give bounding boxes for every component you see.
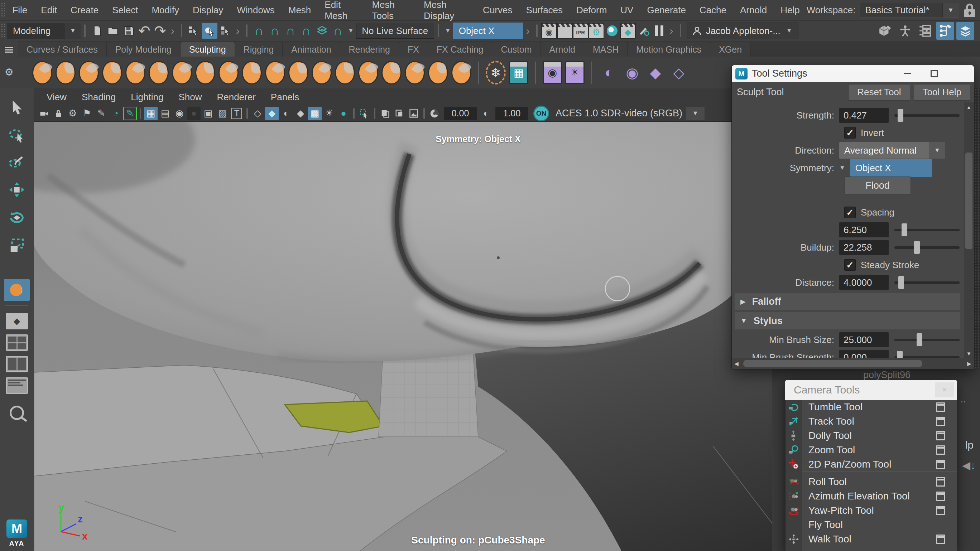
zoom-tool-option-box[interactable]: [936, 445, 945, 455]
spacing-slider[interactable]: [894, 222, 959, 237]
snapshot-icon[interactable]: [407, 107, 420, 120]
snap-options-dropdown-icon[interactable]: ▼: [348, 27, 354, 34]
shelf-tab-mash[interactable]: MASH: [584, 42, 628, 57]
symmetry-dropdown-icon[interactable]: ▼: [839, 164, 845, 171]
pause-viewport-icon[interactable]: [655, 25, 663, 36]
scrollbar-thumb[interactable]: [965, 152, 972, 249]
lasso-tool-icon[interactable]: [5, 124, 28, 145]
grease-pencil-active-icon[interactable]: ✎: [123, 107, 137, 120]
xray-joints-icon[interactable]: [393, 107, 406, 120]
scroll-up-icon[interactable]: ▲: [964, 102, 974, 112]
user-dropdown-icon[interactable]: ▼: [786, 27, 792, 34]
shadows-toggle-icon[interactable]: ●: [337, 107, 350, 120]
menu-help[interactable]: Help: [774, 5, 806, 16]
snap-center-icon[interactable]: ∩: [298, 23, 314, 39]
buildup-slider[interactable]: [894, 240, 959, 255]
tumble-tool-option-box[interactable]: [936, 402, 945, 412]
rotate-tool-icon[interactable]: [5, 207, 28, 228]
menu-item-azimuth-elevation-tool[interactable]: Azimuth Elevation Tool: [786, 489, 957, 503]
search-layouts-icon[interactable]: [10, 406, 24, 420]
shelf-brush-crease-icon[interactable]: [428, 61, 448, 84]
sculpt-tool-active-icon[interactable]: [4, 279, 30, 301]
viewport-menu-renderer[interactable]: Renderer: [209, 92, 263, 103]
shelf-tab-animation[interactable]: Animation: [283, 42, 340, 57]
live-surface-field[interactable]: No Live Surface: [356, 23, 434, 39]
camera-tools-titlebar[interactable]: Camera Tools ×: [785, 380, 957, 400]
render-settings-icon[interactable]: ⚙: [589, 23, 604, 39]
shelf-brush-amplify-icon[interactable]: [405, 61, 425, 84]
group-expand-icon[interactable]: ›: [526, 25, 530, 37]
symmetry-value-field[interactable]: Object X: [850, 159, 932, 177]
snap-view-plane-icon[interactable]: [314, 23, 330, 39]
light-editor-icon[interactable]: [636, 23, 652, 39]
shelf-sculpt-diamond-icon[interactable]: ◆: [646, 61, 665, 84]
scrollbar-thumb[interactable]: [743, 360, 922, 367]
attribute-editor-icon[interactable]: [936, 22, 954, 40]
shelf-unfreeze-icon[interactable]: ❄: [486, 61, 506, 84]
min-brush-strength-slider[interactable]: [894, 350, 959, 358]
menu-modify[interactable]: Modify: [145, 5, 186, 16]
group-expand-icon[interactable]: ›: [236, 25, 240, 37]
menu-item-2d-pan-zoom-tool[interactable]: 2D Pan/Zoom Tool: [786, 457, 957, 472]
shelf-tab-rendering[interactable]: Rendering: [340, 42, 399, 57]
min-brush-size-field[interactable]: 25.000: [839, 332, 889, 347]
viewport-menu-shading[interactable]: Shading: [74, 92, 123, 103]
falloff-section-header[interactable]: ▶ Falloff: [735, 293, 960, 310]
shelf-brush-smear-icon[interactable]: [358, 61, 378, 84]
buildup-field[interactable]: 22.258: [839, 240, 889, 255]
toggle-display-layers-icon[interactable]: ◆: [620, 23, 636, 39]
shelf-tab-fx[interactable]: FX: [399, 42, 428, 57]
make-live-icon[interactable]: ∩: [330, 23, 346, 39]
bookmark-icon[interactable]: ⚑: [80, 107, 94, 120]
stylus-section-header[interactable]: ▼ Stylus: [735, 312, 960, 329]
shelf-brush-flatten-icon[interactable]: [149, 61, 169, 84]
maximize-button[interactable]: [921, 65, 947, 82]
azimuth-elevation-option-box[interactable]: [936, 492, 945, 501]
shelf-brush-imprint-icon[interactable]: [242, 61, 262, 84]
user-account-menu[interactable]: Jacob Appleton-... ▼: [687, 22, 799, 39]
colorspace-dropdown-icon[interactable]: ▼: [686, 107, 705, 120]
menu-set-dropdown-icon[interactable]: ▼: [65, 23, 81, 39]
wireframe-display-icon[interactable]: ◇: [251, 107, 264, 120]
steady-stroke-checkbox[interactable]: ✓ Steady Stroke: [844, 259, 919, 271]
exposure-icon[interactable]: [428, 107, 441, 120]
lights-toggle-icon[interactable]: ☀: [322, 107, 336, 120]
shelf-tab-rigging[interactable]: Rigging: [235, 42, 283, 57]
flood-button[interactable]: Flood: [844, 176, 911, 194]
menu-file[interactable]: File: [5, 5, 34, 16]
shelf-window-character-icon[interactable]: ☀: [565, 61, 585, 84]
render-current-frame-icon[interactable]: [557, 23, 573, 39]
shelf-tab-custom[interactable]: Custom: [492, 42, 541, 57]
walk-tool-option-box[interactable]: [936, 535, 945, 544]
symmetry-field[interactable]: Object X: [453, 22, 523, 39]
menu-item-tumble-tool[interactable]: Tumble Tool: [786, 400, 957, 414]
direction-dropdown-icon[interactable]: ▼: [929, 142, 945, 159]
open-scene-icon[interactable]: [105, 23, 121, 39]
safe-action-icon[interactable]: ▨: [216, 107, 229, 120]
viewport-menu-panels[interactable]: Panels: [263, 92, 307, 103]
reset-tool-button[interactable]: Reset Tool: [848, 84, 910, 101]
shelf-sculpt-erase-icon[interactable]: ◇: [669, 61, 689, 84]
shelf-brush-knife-icon[interactable]: [335, 61, 355, 84]
pan-zoom-2d-option-box[interactable]: [936, 460, 945, 469]
menu-item-zoom-tool[interactable]: Zoom Tool: [786, 443, 957, 457]
symmetry-dropdown-icon[interactable]: ▼: [445, 27, 451, 34]
grid-toggle-icon[interactable]: ▦: [144, 107, 158, 120]
scroll-right-icon[interactable]: ▶: [965, 358, 974, 369]
dolly-tool-option-box[interactable]: [936, 431, 945, 440]
gamma-field[interactable]: 1.00: [495, 107, 528, 120]
textured-cube-icon[interactable]: ◆: [294, 107, 307, 120]
tool-help-button[interactable]: Tool Help: [914, 84, 970, 101]
workspace-lock-icon[interactable]: [964, 3, 973, 17]
shelf-brush-wax-icon[interactable]: [265, 61, 285, 84]
menu-edit-mesh[interactable]: Edit Mesh: [318, 0, 365, 21]
shelf-tab-arnold[interactable]: Arnold: [541, 42, 584, 57]
shelf-tab-fx-caching[interactable]: FX Caching: [428, 42, 493, 57]
shelf-sculpt-target-icon[interactable]: ◉: [622, 61, 642, 84]
snap-curve-icon[interactable]: ∩: [267, 23, 283, 39]
exposure-field[interactable]: 0.00: [444, 107, 477, 120]
menu-mesh-tools[interactable]: Mesh Tools: [365, 0, 417, 21]
select-component-icon[interactable]: [218, 23, 233, 39]
gamma-icon[interactable]: ◐: [479, 107, 493, 120]
field-chart-icon[interactable]: ▣: [201, 107, 215, 120]
